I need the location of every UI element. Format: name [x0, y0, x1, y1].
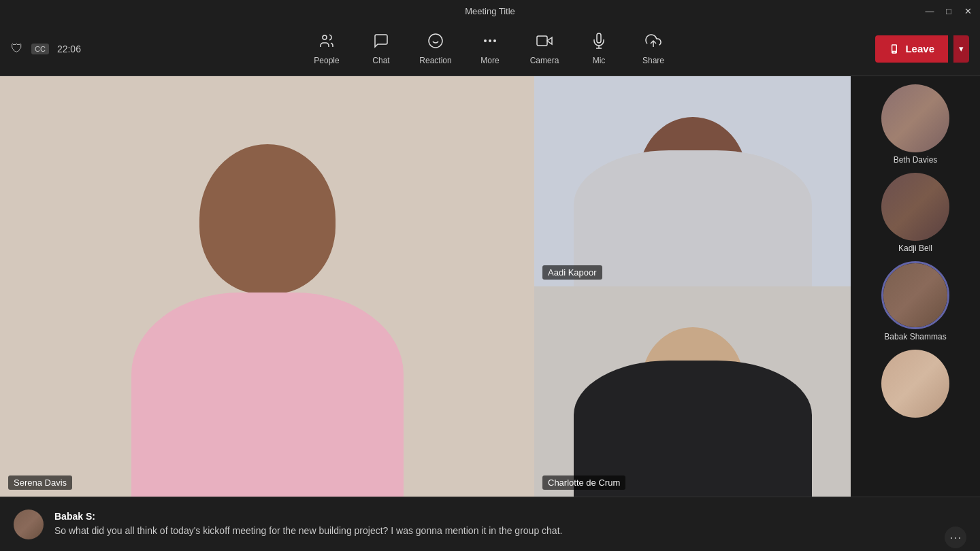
- reaction-icon: [427, 33, 444, 53]
- participant-name-babak: Babak Shammas: [884, 332, 946, 341]
- participant-name-kadji: Kadji Bell: [898, 244, 932, 253]
- toolbar-left: 🛡 CC 22:06: [11, 41, 81, 56]
- cc-badge[interactable]: CC: [31, 44, 49, 54]
- toolbar-camera[interactable]: Camera: [517, 25, 572, 73]
- more-label: More: [480, 56, 499, 65]
- camera-icon: [536, 33, 553, 53]
- caption-menu-button[interactable]: ⋯: [945, 527, 966, 548]
- toolbar: 🛡 CC 22:06 People Chat: [0, 22, 980, 76]
- charlotte-video-tile: Charlotte de Crum: [534, 286, 851, 497]
- main-content: Serena Davis Aadi Kapoor Charlotte de Cr…: [0, 76, 980, 497]
- leave-button[interactable]: Leave: [875, 35, 948, 63]
- svg-point-6: [493, 39, 496, 42]
- serena-video-bg: [0, 76, 534, 497]
- leave-chevron-button[interactable]: ▾: [953, 35, 969, 63]
- participant-last[interactable]: [851, 350, 980, 418]
- participant-kadji[interactable]: Kadji Bell: [881, 173, 949, 253]
- title-bar-controls[interactable]: — □ ✕: [926, 7, 972, 15]
- meeting-title: Meeting Title: [465, 6, 515, 16]
- chat-label: Chat: [372, 56, 389, 65]
- mic-label: Mic: [593, 56, 606, 65]
- meeting-timer: 22:06: [57, 44, 81, 54]
- avatar-kadji-bg: [881, 173, 949, 241]
- chevron-down-icon: ▾: [959, 44, 964, 54]
- mic-icon: [591, 33, 607, 53]
- svg-point-5: [489, 39, 491, 42]
- toolbar-chat[interactable]: Chat: [354, 25, 408, 73]
- avatar-kadji[interactable]: [881, 173, 949, 241]
- maximize-button[interactable]: □: [945, 7, 953, 15]
- minimize-button[interactable]: —: [926, 7, 934, 15]
- toolbar-more[interactable]: More: [463, 25, 517, 73]
- caption-speaker-name: Babak S:: [54, 511, 934, 522]
- toolbar-right: Leave ▾: [875, 35, 969, 63]
- aadi-video-bg: [534, 76, 851, 286]
- share-label: Share: [642, 56, 664, 65]
- toolbar-reaction[interactable]: Reaction: [408, 25, 463, 73]
- toolbar-share[interactable]: Share: [626, 25, 681, 73]
- people-icon: [318, 33, 335, 53]
- video-grid: Serena Davis Aadi Kapoor Charlotte de Cr…: [0, 76, 851, 497]
- share-icon: [645, 33, 662, 53]
- svg-point-1: [429, 34, 442, 48]
- leave-label: Leave: [905, 43, 934, 54]
- more-icon: [482, 33, 498, 53]
- charlotte-video-bg: [534, 286, 851, 497]
- caption-text-area: Babak S: So what did you all think of to…: [54, 511, 934, 538]
- charlotte-speaker-label: Charlotte de Crum: [542, 475, 625, 490]
- chat-icon: [373, 33, 389, 53]
- avatar-babak[interactable]: [881, 261, 949, 329]
- participant-name-beth: Beth Davies: [894, 155, 938, 165]
- caption-message-text: So what did you all think of today's kic…: [54, 524, 934, 538]
- aadi-speaker-label: Aadi Kapoor: [542, 265, 602, 280]
- avatar-last-bg: [881, 350, 949, 418]
- svg-rect-7: [537, 36, 547, 46]
- avatar-babak-bg: [883, 263, 947, 327]
- shield-icon: 🛡: [11, 41, 23, 56]
- aadi-video-tile: Aadi Kapoor: [534, 76, 851, 286]
- sidebar-participants: Beth Davies Kadji Bell Babak Shammas: [851, 76, 980, 497]
- svg-point-0: [323, 35, 327, 39]
- camera-label: Camera: [530, 56, 559, 65]
- leave-phone-icon: [889, 44, 900, 54]
- reaction-label: Reaction: [419, 56, 451, 65]
- caption-bar: Babak S: So what did you all think of to…: [0, 497, 980, 551]
- toolbar-people[interactable]: People: [299, 25, 354, 73]
- caption-speaker-avatar: [14, 510, 44, 539]
- title-bar: Meeting Title — □ ✕: [0, 0, 980, 22]
- right-videos: Aadi Kapoor Charlotte de Crum: [534, 76, 851, 497]
- main-speaker-label: Serena Davis: [8, 475, 72, 490]
- avatar-beth[interactable]: [881, 84, 949, 152]
- close-button[interactable]: ✕: [964, 7, 972, 15]
- participant-beth[interactable]: Beth Davies: [881, 84, 949, 165]
- main-speaker-video: Serena Davis: [0, 76, 534, 497]
- participant-babak[interactable]: Babak Shammas: [881, 261, 949, 341]
- toolbar-mic[interactable]: Mic: [572, 25, 626, 73]
- avatar-last[interactable]: [881, 350, 949, 418]
- avatar-beth-bg: [881, 84, 949, 152]
- people-label: People: [314, 56, 339, 65]
- svg-point-4: [484, 39, 487, 42]
